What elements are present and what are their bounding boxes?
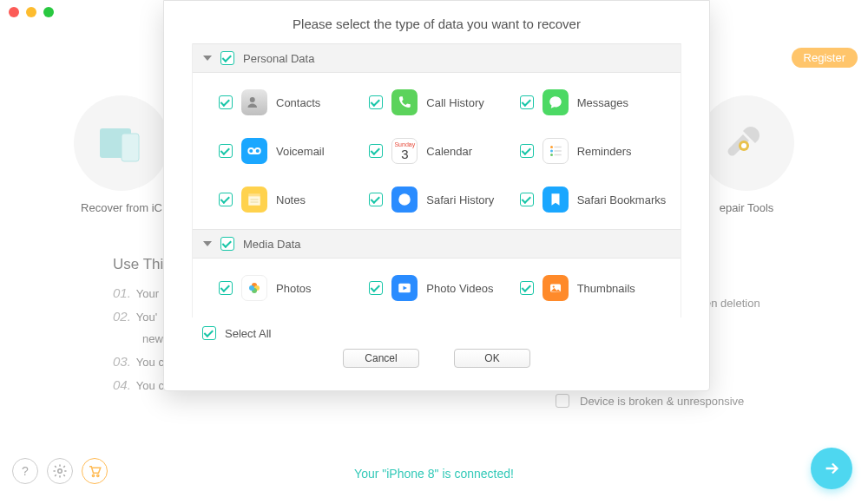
item-notes[interactable]: Notes [219,175,369,224]
item-checkbox[interactable] [520,193,534,206]
svg-point-28 [552,285,554,287]
messages-icon [542,89,569,115]
item-checkbox[interactable] [219,281,233,295]
item-checkbox[interactable] [219,144,233,158]
svg-rect-17 [248,196,260,206]
item-label: Safari History [426,193,494,206]
section-checkbox[interactable] [220,237,234,251]
device-icon [74,95,169,191]
svg-rect-15 [554,154,561,156]
section-checkbox[interactable] [220,51,234,65]
select-all-label: Select All [225,327,271,340]
item-label: Call History [426,96,483,109]
item-checkbox[interactable] [369,144,383,158]
item-calendar[interactable]: Sunday3Calendar [369,127,519,175]
svg-rect-16 [248,193,260,196]
item-checkbox[interactable] [369,95,383,109]
item-label: Messages [577,96,628,109]
item-safari-history[interactable]: Safari History [369,175,519,224]
svg-point-12 [550,150,553,153]
svg-point-20 [399,193,411,206]
calendar-icon: Sunday3 [391,138,418,164]
close-window-icon[interactable] [9,7,19,17]
scenario-row[interactable]: Device is broken & unresponsive [556,394,833,408]
maximize-window-icon[interactable] [43,7,54,17]
cancel-button[interactable]: Cancel [343,349,419,368]
item-photos[interactable]: Photos [219,264,369,312]
item-checkbox[interactable] [520,144,534,158]
item-checkbox[interactable] [369,193,383,206]
item-voicemail[interactable]: Voicemail [219,127,369,175]
modal-footer: Select All Cancel OK [164,317,709,380]
section-title: Personal Data [243,52,314,65]
svg-rect-13 [554,150,561,152]
item-label: Photos [276,282,311,295]
chevron-down-icon [203,241,212,246]
chevron-down-icon [203,56,212,61]
item-photo-videos[interactable]: Photo Videos [369,264,519,312]
item-label: Reminders [577,145,632,158]
proceed-button[interactable] [811,448,852,489]
section-title: Media Data [243,238,300,251]
item-call-history[interactable]: Call History [369,78,519,127]
svg-point-10 [550,146,553,148]
item-checkbox[interactable] [369,281,383,295]
reminders-icon [542,138,569,164]
photo-videos-icon [391,275,418,301]
item-checkbox[interactable] [520,281,534,295]
contacts-icon [241,89,267,115]
checkbox-icon[interactable] [556,394,569,408]
item-checkbox[interactable] [219,193,233,206]
data-type-modal: Please select the type of data you want … [163,0,710,391]
svg-rect-11 [554,147,561,148]
register-button[interactable]: Register [792,48,858,68]
item-label: Notes [276,193,306,206]
wrench-icon [699,95,794,191]
notes-icon [241,187,267,213]
item-thumbnails[interactable]: Thumbnails [520,264,670,312]
safari-icon [391,187,418,213]
section-header-media[interactable]: Media Data [193,229,681,259]
item-label: Contacts [276,96,320,109]
section-header-personal[interactable]: Personal Data [193,43,681,73]
item-contacts[interactable]: Contacts [219,78,369,127]
scenario-label: Device is broken & unresponsive [580,395,744,408]
item-label: Thumbnails [577,282,635,295]
item-checkbox[interactable] [219,95,233,109]
item-label: Voicemail [276,145,325,158]
minimize-window-icon[interactable] [26,7,36,17]
voicemail-icon [241,138,267,164]
item-messages[interactable]: Messages [520,78,670,127]
section-grid-media: Photos Photo Videos Thumbnails [193,259,681,317]
item-label: Calendar [426,145,472,158]
section-grid-personal: Contacts Call History Messages Voicemail… [193,73,681,229]
modal-title: Please select the type of data you want … [164,1,709,43]
phone-icon [391,89,418,115]
item-safari-bookmarks[interactable]: Safari Bookmarks [520,175,670,224]
select-all-checkbox[interactable] [202,326,216,340]
item-checkbox[interactable] [520,95,534,109]
modal-body: Personal Data Contacts Call History Mess… [192,43,681,317]
svg-point-14 [550,154,553,156]
item-reminders[interactable]: Reminders [520,127,670,175]
svg-point-7 [250,97,255,102]
photos-icon [241,275,267,301]
item-label: Safari Bookmarks [577,193,667,206]
item-label: Photo Videos [426,282,493,295]
svg-point-3 [741,143,746,148]
svg-point-24 [249,285,254,291]
bookmark-icon [542,187,569,213]
connection-status: Your "iPhone 8" is connected! [0,467,868,481]
thumbnails-icon [542,275,569,301]
select-all-row[interactable]: Select All [202,326,271,340]
svg-rect-1 [122,134,139,161]
ok-button[interactable]: OK [454,349,530,368]
